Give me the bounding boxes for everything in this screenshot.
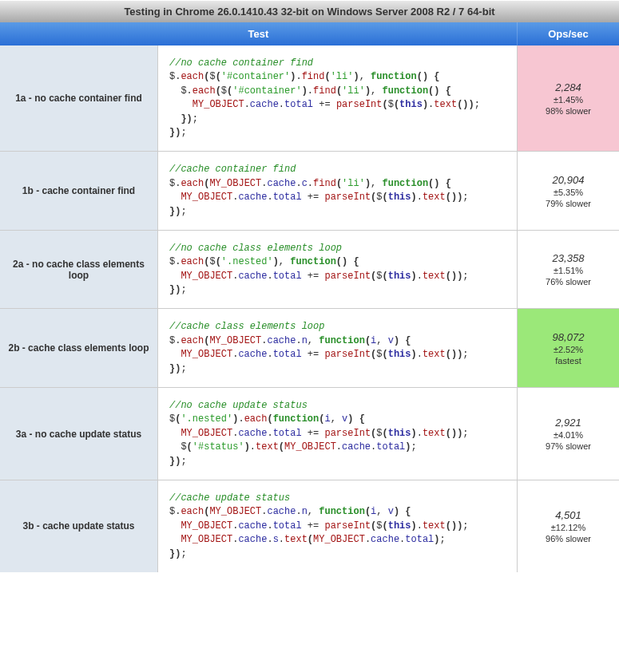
test-code: //cache update status $.each(MY_OBJECT.c…: [158, 480, 518, 572]
ops-rank: 96% slower: [546, 534, 591, 544]
test-code: //cache class elements loop $.each(MY_OB…: [158, 309, 518, 387]
table-row: 3b - cache update status//cache update s…: [0, 480, 619, 572]
test-label: 3b - cache update status: [0, 480, 158, 572]
test-label: 2a - no cache class elements loop: [0, 231, 158, 309]
ops-rank: 76% slower: [546, 277, 591, 287]
ops-error: ±1.45%: [554, 95, 583, 105]
test-label: 1b - cache container find: [0, 152, 158, 230]
ops-rank: 97% slower: [546, 441, 591, 451]
ops-error: ±2.52%: [554, 345, 583, 354]
ops-rank: 98% slower: [546, 106, 591, 116]
ops-error: ±12.12%: [551, 523, 585, 532]
ops-value: 2,921: [555, 417, 581, 429]
test-code: //no cache update status $('.nested').ea…: [158, 388, 518, 480]
code-block: //cache container find $.each(MY_OBJECT.…: [169, 163, 510, 219]
test-code: //no cache class elements loop $.each($(…: [158, 231, 518, 309]
table-row: 1a - no cache container find//no cache c…: [0, 45, 619, 152]
code-block: //no cache class elements loop $.each($(…: [169, 242, 510, 298]
ops-value: 4,501: [555, 509, 581, 521]
code-block: //no cache container find $.each($('#con…: [169, 57, 510, 140]
ops-cell: 2,284±1.45%98% slower: [518, 45, 619, 151]
test-label: 3a - no cache update status: [0, 388, 158, 480]
header-ops: Ops/sec: [518, 22, 619, 45]
table-row: 2b - cache class elements loop//cache cl…: [0, 309, 619, 388]
test-label: 1a - no cache container find: [0, 45, 158, 151]
ops-cell: 20,904±5.35%79% slower: [518, 152, 619, 230]
ops-value: 20,904: [553, 174, 585, 186]
ops-rank: fastest: [555, 356, 581, 366]
test-label: 2b - cache class elements loop: [0, 309, 158, 387]
table-header: Test Ops/sec: [0, 22, 619, 45]
code-block: //cache class elements loop $.each(MY_OB…: [169, 320, 510, 376]
ops-value: 23,358: [553, 252, 585, 264]
table-row: 2a - no cache class elements loop//no ca…: [0, 231, 619, 310]
ops-error: ±4.01%: [554, 430, 583, 440]
header-test: Test: [0, 22, 518, 45]
code-block: //no cache update status $('.nested').ea…: [169, 399, 510, 468]
table-row: 3a - no cache update status//no cache up…: [0, 388, 619, 480]
table-body: 1a - no cache container find//no cache c…: [0, 45, 619, 572]
ops-cell: 98,072±2.52%fastest: [518, 309, 619, 387]
benchmark-table: Testing in Chrome 26.0.1410.43 32-bit on…: [0, 0, 619, 572]
page-title: Testing in Chrome 26.0.1410.43 32-bit on…: [0, 0, 619, 22]
ops-cell: 23,358±1.51%76% slower: [518, 231, 619, 309]
test-code: //cache container find $.each(MY_OBJECT.…: [158, 152, 518, 230]
ops-rank: 79% slower: [546, 199, 591, 208]
table-row: 1b - cache container find//cache contain…: [0, 152, 619, 231]
code-block: //cache update status $.each(MY_OBJECT.c…: [169, 492, 510, 561]
ops-cell: 2,921±4.01%97% slower: [518, 388, 619, 480]
ops-cell: 4,501±12.12%96% slower: [518, 480, 619, 572]
ops-error: ±5.35%: [554, 188, 583, 197]
ops-value: 98,072: [553, 331, 585, 343]
ops-value: 2,284: [555, 81, 581, 93]
test-code: //no cache container find $.each($('#con…: [158, 45, 518, 151]
ops-error: ±1.51%: [554, 266, 583, 275]
